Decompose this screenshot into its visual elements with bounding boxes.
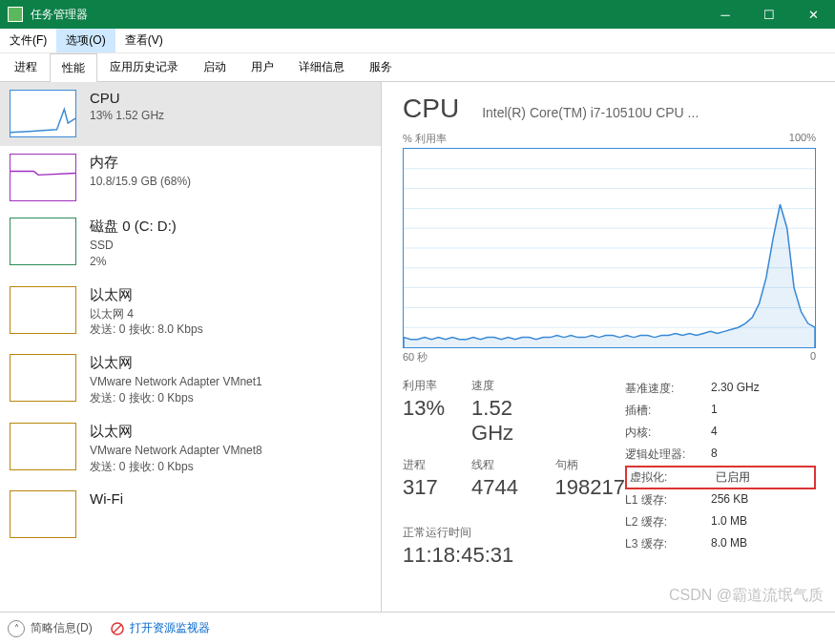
cpu-model: Intel(R) Core(TM) i7-10510U CPU ...	[482, 105, 699, 120]
chart-xlabel-left: 60 秒	[403, 350, 428, 364]
sidebar-item-disk[interactable]: 磁盘 0 (C: D:) SSD 2%	[0, 210, 381, 279]
sidebar-item-sub: 以太网 4	[90, 306, 203, 322]
speed-value: 1.52 GHz	[471, 396, 529, 446]
menu-view[interactable]: 查看(V)	[115, 29, 173, 52]
base-speed-value: 2.30 GHz	[711, 381, 760, 397]
sidebar-item-title: 以太网	[90, 286, 203, 304]
tab-startup[interactable]: 启动	[191, 52, 239, 81]
ethernet-thumbnail	[10, 286, 76, 334]
uptime-label: 正常运行时间	[403, 525, 625, 541]
resmon-icon	[110, 621, 125, 636]
sidebar-item-sub: VMware Network Adapter VMnet8	[90, 443, 262, 459]
detail-heading: CPU	[403, 93, 459, 124]
stats-right: 基准速度:2.30 GHz 插槽:1 内核:4 逻辑处理器:8 虚拟化:已启用 …	[625, 378, 816, 568]
sidebar-item-title: Wi-Fi	[90, 490, 123, 507]
tab-details[interactable]: 详细信息	[286, 52, 357, 81]
chart-xlabel-right: 0	[810, 350, 816, 364]
sidebar-item-sub: VMware Network Adapter VMnet1	[90, 374, 262, 390]
l1-value: 256 KB	[711, 492, 748, 509]
titlebar: 任务管理器 ─ ☐ ✕	[0, 0, 835, 29]
sidebar-item-title: 磁盘 0 (C: D:)	[90, 218, 177, 236]
proc-label: 进程	[403, 457, 445, 473]
sidebar-item-ethernet-0[interactable]: 以太网 以太网 4 发送: 0 接收: 8.0 Kbps	[0, 279, 381, 347]
logical-label: 逻辑处理器:	[625, 447, 711, 463]
sidebar-item-cpu[interactable]: CPU 13% 1.52 GHz	[0, 82, 381, 146]
sidebar-item-title: 以太网	[90, 354, 262, 372]
cores-value: 4	[711, 425, 718, 441]
tab-services[interactable]: 服务	[357, 52, 405, 81]
resmon-link[interactable]: 打开资源监视器	[130, 620, 210, 636]
sidebar-item-title: 以太网	[90, 423, 262, 441]
thr-label: 线程	[471, 457, 529, 473]
sidebar-item-sub2: 发送: 0 接收: 0 Kbps	[90, 459, 262, 475]
menu-options[interactable]: 选项(O)	[56, 29, 115, 52]
virtualization-label: 虚拟化:	[630, 469, 716, 486]
minimize-button[interactable]: ─	[703, 0, 747, 29]
menu-file[interactable]: 文件(F)	[0, 29, 56, 52]
proc-value: 317	[403, 475, 445, 500]
thr-value: 4744	[471, 475, 529, 500]
detail-pane: CPU Intel(R) Core(TM) i7-10510U CPU ... …	[382, 82, 835, 612]
wifi-thumbnail	[10, 490, 76, 538]
util-value: 13%	[403, 396, 445, 421]
sidebar-item-ethernet-1[interactable]: 以太网 VMware Network Adapter VMnet1 发送: 0 …	[0, 346, 381, 415]
fewer-details-link[interactable]: 简略信息(D)	[31, 620, 93, 636]
uptime-value: 11:18:45:31	[403, 543, 625, 568]
l2-label: L2 缓存:	[625, 514, 711, 530]
disk-thumbnail	[10, 218, 76, 265]
sidebar-item-wifi[interactable]: Wi-Fi	[0, 483, 381, 547]
l1-label: L1 缓存:	[625, 492, 711, 509]
cores-label: 内核:	[625, 425, 711, 441]
speed-label: 速度	[471, 378, 529, 394]
menubar: 文件(F) 选项(O) 查看(V)	[0, 29, 835, 53]
logical-value: 8	[711, 447, 718, 463]
sockets-label: 插槽:	[625, 403, 711, 419]
app-icon	[8, 7, 23, 22]
tabbar: 进程 性能 应用历史记录 启动 用户 详细信息 服务	[0, 53, 835, 82]
stats-left: 利用率13% 速度1.52 GHz 进程317 线程4744 句柄198217 …	[403, 378, 625, 568]
l3-label: L3 缓存:	[625, 536, 711, 552]
l3-value: 8.0 MB	[711, 536, 747, 552]
close-button[interactable]: ✕	[791, 0, 835, 29]
sidebar-item-sub2: 发送: 0 接收: 0 Kbps	[90, 390, 262, 406]
util-label: 利用率	[403, 378, 445, 394]
sockets-value: 1	[711, 403, 718, 419]
memory-thumbnail	[10, 154, 76, 201]
sidebar-item-title: CPU	[90, 90, 164, 106]
chart-ymax: 100%	[789, 132, 816, 146]
collapse-icon[interactable]: ˄	[8, 620, 25, 637]
cpu-chart[interactable]	[403, 148, 816, 348]
svg-line-10	[114, 625, 121, 633]
hnd-label: 句柄	[555, 457, 625, 473]
footer: ˄ 简略信息(D) 打开资源监视器	[0, 612, 835, 644]
tab-processes[interactable]: 进程	[2, 52, 50, 81]
sidebar-item-sub2: 2%	[90, 254, 177, 270]
content: CPU 13% 1.52 GHz 内存 10.8/15.9 GB (68%) 磁…	[0, 82, 835, 612]
sidebar-item-sub: 10.8/15.9 GB (68%)	[90, 174, 191, 190]
l2-value: 1.0 MB	[711, 514, 747, 530]
sidebar-item-sub: 13% 1.52 GHz	[90, 108, 164, 124]
sidebar-item-memory[interactable]: 内存 10.8/15.9 GB (68%)	[0, 146, 381, 210]
maximize-button[interactable]: ☐	[747, 0, 791, 29]
sidebar-item-sub2: 发送: 0 接收: 8.0 Kbps	[90, 322, 203, 338]
virtualization-value: 已启用	[716, 469, 750, 486]
hnd-value: 198217	[555, 475, 625, 500]
sidebar-item-title: 内存	[90, 154, 191, 172]
ethernet-thumbnail	[10, 354, 76, 402]
tab-users[interactable]: 用户	[239, 52, 286, 81]
sidebar-item-ethernet-2[interactable]: 以太网 VMware Network Adapter VMnet8 发送: 0 …	[0, 415, 381, 484]
cpu-thumbnail	[10, 90, 76, 137]
sidebar-item-sub: SSD	[90, 238, 177, 254]
base-speed-label: 基准速度:	[625, 381, 711, 397]
tab-app-history[interactable]: 应用历史记录	[97, 52, 191, 81]
chart-ylabel: % 利用率	[403, 132, 447, 146]
ethernet-thumbnail	[10, 423, 76, 470]
window-title: 任务管理器	[31, 7, 703, 23]
tab-performance[interactable]: 性能	[50, 53, 97, 82]
sidebar[interactable]: CPU 13% 1.52 GHz 内存 10.8/15.9 GB (68%) 磁…	[0, 82, 382, 612]
